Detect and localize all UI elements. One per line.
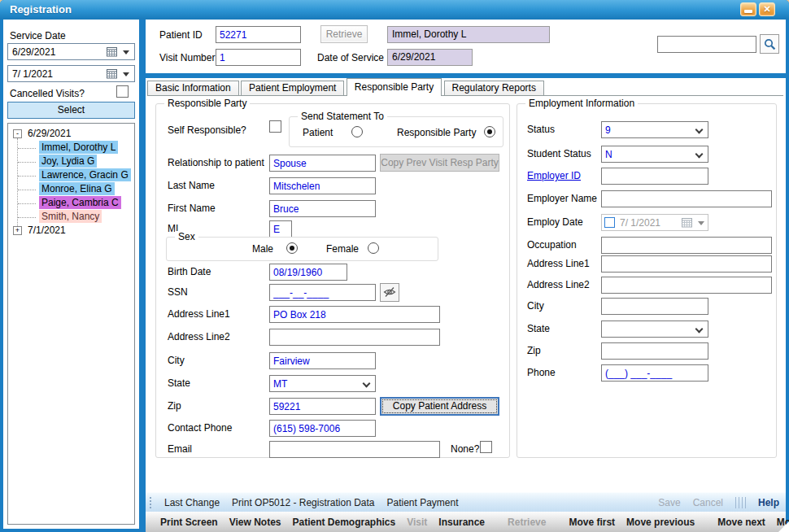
chevron-down-icon[interactable]: [123, 72, 129, 76]
patient-payment-button[interactable]: Patient Payment: [386, 497, 458, 508]
ssn-field[interactable]: [269, 284, 376, 301]
employer-zip-field[interactable]: [601, 342, 708, 360]
tree-item-label[interactable]: Monroe, Elina G: [39, 182, 115, 195]
tree-node-date[interactable]: - 6/29/2021: [8, 128, 134, 142]
female-radio[interactable]: [368, 242, 379, 254]
tree-item-label[interactable]: Smith, Nancy: [39, 210, 102, 223]
tab-regulatory-reports[interactable]: Regulatory Reports: [444, 81, 544, 95]
tree-item-patient[interactable]: Monroe, Elina G: [8, 183, 134, 197]
move-next-button[interactable]: Move next: [717, 517, 765, 528]
employer-id-field[interactable]: [601, 168, 708, 185]
chevron-down-icon[interactable]: [123, 50, 129, 55]
responsible-party-radio[interactable]: [484, 126, 495, 137]
copy-prev-visit-button[interactable]: Copy Prev Visit Resp Party: [380, 154, 499, 172]
save-button[interactable]: Save: [658, 497, 680, 508]
visit-button[interactable]: Visit: [407, 517, 427, 528]
select-button[interactable]: Select: [7, 102, 135, 119]
insurance-button[interactable]: Insurance: [438, 517, 485, 528]
tree-node-date[interactable]: + 7/1/2021: [8, 225, 134, 238]
visit-tree[interactable]: - 6/29/2021 Immel, Dorothy L Joy, Lydia …: [7, 123, 135, 525]
tree-node-label[interactable]: 6/29/2021: [28, 128, 71, 139]
tree-item-label[interactable]: Paige, Cambria C: [39, 196, 121, 209]
occupation-field[interactable]: [601, 237, 772, 254]
tree-item-patient[interactable]: Smith, Nancy: [8, 211, 134, 225]
patient-demographics-button[interactable]: Patient Demographics: [293, 517, 396, 528]
cancel-button[interactable]: Cancel: [693, 497, 723, 508]
patient-radio-label: Patient: [303, 127, 333, 138]
retrieve-button[interactable]: Retrieve: [320, 25, 368, 43]
zip-label: Zip: [168, 400, 181, 412]
employer-city-field[interactable]: [601, 298, 708, 315]
tree-item-patient[interactable]: Paige, Cambria C: [8, 197, 134, 211]
relationship-field[interactable]: [269, 155, 376, 172]
tree-item-label[interactable]: Joy, Lydia G: [39, 155, 97, 168]
employer-id-link[interactable]: Employer ID: [527, 170, 581, 181]
patient-id-field[interactable]: [216, 26, 301, 43]
employer-phone-field[interactable]: [601, 364, 708, 382]
status-select[interactable]: 9: [601, 121, 708, 138]
zip-field[interactable]: [269, 398, 376, 415]
employ-date-checkbox[interactable]: [604, 217, 615, 228]
tree-item-patient[interactable]: Joy, Lydia G: [8, 155, 134, 169]
employer-name-label: Employer Name: [527, 193, 597, 204]
move-previous-button[interactable]: Move previous: [626, 517, 695, 528]
employer-address-line1-field[interactable]: [601, 255, 772, 273]
last-change-button[interactable]: Last Change: [164, 497, 220, 508]
cancelled-visits-checkbox[interactable]: [116, 85, 129, 98]
tree-item-patient[interactable]: Immel, Dorothy L: [8, 142, 134, 155]
contact-phone-field[interactable]: [269, 420, 376, 437]
tab-patient-employment[interactable]: Patient Employment: [241, 81, 344, 95]
tree-item-patient[interactable]: Lawrence, Gracin G: [8, 169, 134, 183]
chevron-down-icon[interactable]: [698, 221, 704, 225]
email-field[interactable]: [269, 441, 440, 458]
state-select[interactable]: MT: [269, 375, 376, 392]
collapse-icon[interactable]: -: [13, 129, 22, 138]
responsible-party-radio-label: Responsible Party: [397, 127, 476, 138]
cancelled-visits-label: Cancelled Visits?: [10, 88, 85, 99]
last-name-field[interactable]: [269, 177, 376, 194]
tab-basic-information[interactable]: Basic Information: [147, 81, 239, 95]
ssn-reveal-button[interactable]: [380, 283, 399, 302]
email-none-label: None?: [451, 443, 479, 455]
view-notes-button[interactable]: View Notes: [229, 517, 281, 528]
mi-field[interactable]: [269, 220, 292, 238]
student-status-select[interactable]: N: [601, 146, 708, 163]
move-first-button[interactable]: Move first: [569, 517, 615, 528]
help-button[interactable]: Help: [758, 497, 779, 508]
tab-responsible-party[interactable]: Responsible Party: [347, 78, 442, 96]
employ-date-picker[interactable]: 7/ 1/2021: [601, 214, 708, 231]
tree-node-label[interactable]: 7/1/2021: [28, 225, 66, 236]
employer-address-line2-field[interactable]: [601, 277, 772, 294]
resize-grip[interactable]: [778, 521, 789, 532]
employer-name-field[interactable]: [601, 190, 772, 207]
close-button[interactable]: ✕: [759, 2, 775, 16]
print-screen-button[interactable]: Print Screen: [160, 517, 218, 528]
address-line1-field[interactable]: [269, 306, 440, 323]
first-name-field[interactable]: [269, 200, 376, 217]
service-date-from-picker[interactable]: 6/29/2021: [7, 43, 135, 60]
last-name-label: Last Name: [168, 180, 215, 191]
patient-radio[interactable]: [351, 126, 363, 137]
visit-number-field[interactable]: [216, 49, 301, 66]
service-date-to-picker[interactable]: 7/ 1/2021: [7, 65, 135, 82]
expand-icon[interactable]: +: [13, 226, 22, 235]
male-radio[interactable]: [286, 242, 298, 254]
print-registration-button[interactable]: Print OP5012 - Registration Data: [232, 497, 374, 508]
minimize-button[interactable]: [740, 2, 756, 16]
toolbar-grip[interactable]: [149, 496, 152, 509]
employer-state-select[interactable]: [601, 321, 708, 338]
tree-item-label[interactable]: Lawrence, Gracin G: [39, 168, 131, 181]
copy-patient-address-button[interactable]: Copy Patient Address: [380, 397, 499, 416]
search-button[interactable]: [760, 34, 779, 54]
tree-item-label[interactable]: Immel, Dorothy L: [39, 141, 118, 154]
birth-date-label: Birth Date: [168, 266, 211, 277]
email-none-checkbox[interactable]: [480, 441, 492, 453]
address-line2-field[interactable]: [269, 329, 440, 346]
city-field[interactable]: [269, 352, 376, 369]
retrieve-nav-button[interactable]: Retrieve: [508, 517, 546, 528]
search-input[interactable]: [657, 36, 756, 53]
birth-date-field[interactable]: [269, 264, 347, 281]
self-responsible-checkbox[interactable]: [269, 120, 281, 133]
male-radio-label: Male: [252, 243, 273, 255]
employer-phone-label: Phone: [527, 367, 556, 378]
